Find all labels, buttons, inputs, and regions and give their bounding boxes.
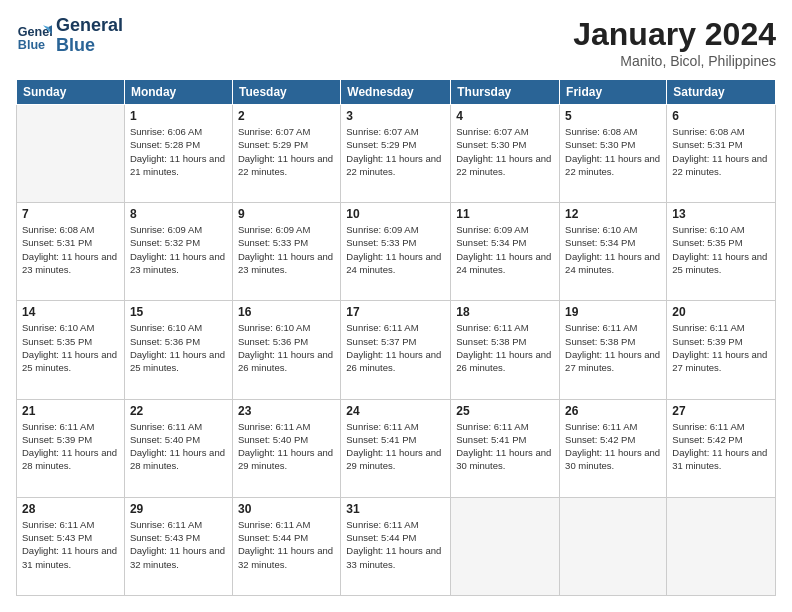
calendar-week-row: 14 Sunrise: 6:10 AMSunset: 5:35 PMDaylig… xyxy=(17,301,776,399)
day-detail: Sunrise: 6:11 AMSunset: 5:41 PMDaylight:… xyxy=(346,421,441,472)
day-detail: Sunrise: 6:11 AMSunset: 5:40 PMDaylight:… xyxy=(238,421,333,472)
location: Manito, Bicol, Philippines xyxy=(573,53,776,69)
col-wednesday: Wednesday xyxy=(341,80,451,105)
table-row xyxy=(17,105,125,203)
header: General Blue General Blue January 2024 M… xyxy=(16,16,776,69)
table-row: 5 Sunrise: 6:08 AMSunset: 5:30 PMDayligh… xyxy=(560,105,667,203)
day-detail: Sunrise: 6:09 AMSunset: 5:34 PMDaylight:… xyxy=(456,224,551,275)
day-number: 11 xyxy=(456,207,554,221)
day-number: 31 xyxy=(346,502,445,516)
day-number: 23 xyxy=(238,404,335,418)
day-detail: Sunrise: 6:11 AMSunset: 5:42 PMDaylight:… xyxy=(672,421,767,472)
table-row: 20 Sunrise: 6:11 AMSunset: 5:39 PMDaylig… xyxy=(667,301,776,399)
day-detail: Sunrise: 6:10 AMSunset: 5:36 PMDaylight:… xyxy=(130,322,225,373)
day-number: 6 xyxy=(672,109,770,123)
day-number: 8 xyxy=(130,207,227,221)
day-number: 22 xyxy=(130,404,227,418)
day-number: 29 xyxy=(130,502,227,516)
day-detail: Sunrise: 6:10 AMSunset: 5:35 PMDaylight:… xyxy=(672,224,767,275)
day-number: 18 xyxy=(456,305,554,319)
day-detail: Sunrise: 6:10 AMSunset: 5:34 PMDaylight:… xyxy=(565,224,660,275)
logo: General Blue General Blue xyxy=(16,16,123,56)
table-row: 31 Sunrise: 6:11 AMSunset: 5:44 PMDaylig… xyxy=(341,497,451,595)
table-row: 14 Sunrise: 6:10 AMSunset: 5:35 PMDaylig… xyxy=(17,301,125,399)
table-row: 29 Sunrise: 6:11 AMSunset: 5:43 PMDaylig… xyxy=(124,497,232,595)
calendar-week-row: 21 Sunrise: 6:11 AMSunset: 5:39 PMDaylig… xyxy=(17,399,776,497)
day-number: 25 xyxy=(456,404,554,418)
day-number: 14 xyxy=(22,305,119,319)
day-number: 10 xyxy=(346,207,445,221)
page: General Blue General Blue January 2024 M… xyxy=(0,0,792,612)
col-tuesday: Tuesday xyxy=(232,80,340,105)
table-row: 23 Sunrise: 6:11 AMSunset: 5:40 PMDaylig… xyxy=(232,399,340,497)
day-number: 3 xyxy=(346,109,445,123)
day-number: 2 xyxy=(238,109,335,123)
table-row xyxy=(451,497,560,595)
table-row: 15 Sunrise: 6:10 AMSunset: 5:36 PMDaylig… xyxy=(124,301,232,399)
day-detail: Sunrise: 6:08 AMSunset: 5:31 PMDaylight:… xyxy=(22,224,117,275)
table-row: 28 Sunrise: 6:11 AMSunset: 5:43 PMDaylig… xyxy=(17,497,125,595)
day-detail: Sunrise: 6:09 AMSunset: 5:33 PMDaylight:… xyxy=(346,224,441,275)
table-row: 10 Sunrise: 6:09 AMSunset: 5:33 PMDaylig… xyxy=(341,203,451,301)
table-row: 2 Sunrise: 6:07 AMSunset: 5:29 PMDayligh… xyxy=(232,105,340,203)
day-number: 28 xyxy=(22,502,119,516)
day-number: 16 xyxy=(238,305,335,319)
day-detail: Sunrise: 6:11 AMSunset: 5:38 PMDaylight:… xyxy=(565,322,660,373)
day-detail: Sunrise: 6:11 AMSunset: 5:43 PMDaylight:… xyxy=(22,519,117,570)
calendar-week-row: 7 Sunrise: 6:08 AMSunset: 5:31 PMDayligh… xyxy=(17,203,776,301)
day-detail: Sunrise: 6:10 AMSunset: 5:35 PMDaylight:… xyxy=(22,322,117,373)
day-number: 1 xyxy=(130,109,227,123)
table-row: 6 Sunrise: 6:08 AMSunset: 5:31 PMDayligh… xyxy=(667,105,776,203)
table-row: 12 Sunrise: 6:10 AMSunset: 5:34 PMDaylig… xyxy=(560,203,667,301)
table-row: 11 Sunrise: 6:09 AMSunset: 5:34 PMDaylig… xyxy=(451,203,560,301)
table-row: 17 Sunrise: 6:11 AMSunset: 5:37 PMDaylig… xyxy=(341,301,451,399)
day-number: 19 xyxy=(565,305,661,319)
table-row: 19 Sunrise: 6:11 AMSunset: 5:38 PMDaylig… xyxy=(560,301,667,399)
table-row: 22 Sunrise: 6:11 AMSunset: 5:40 PMDaylig… xyxy=(124,399,232,497)
day-number: 21 xyxy=(22,404,119,418)
col-saturday: Saturday xyxy=(667,80,776,105)
day-number: 12 xyxy=(565,207,661,221)
table-row: 25 Sunrise: 6:11 AMSunset: 5:41 PMDaylig… xyxy=(451,399,560,497)
col-thursday: Thursday xyxy=(451,80,560,105)
table-row: 4 Sunrise: 6:07 AMSunset: 5:30 PMDayligh… xyxy=(451,105,560,203)
day-detail: Sunrise: 6:11 AMSunset: 5:39 PMDaylight:… xyxy=(672,322,767,373)
day-number: 4 xyxy=(456,109,554,123)
table-row: 7 Sunrise: 6:08 AMSunset: 5:31 PMDayligh… xyxy=(17,203,125,301)
col-friday: Friday xyxy=(560,80,667,105)
day-detail: Sunrise: 6:07 AMSunset: 5:29 PMDaylight:… xyxy=(346,126,441,177)
day-detail: Sunrise: 6:08 AMSunset: 5:31 PMDaylight:… xyxy=(672,126,767,177)
day-detail: Sunrise: 6:06 AMSunset: 5:28 PMDaylight:… xyxy=(130,126,225,177)
day-detail: Sunrise: 6:11 AMSunset: 5:40 PMDaylight:… xyxy=(130,421,225,472)
day-detail: Sunrise: 6:09 AMSunset: 5:33 PMDaylight:… xyxy=(238,224,333,275)
calendar-header-row: Sunday Monday Tuesday Wednesday Thursday… xyxy=(17,80,776,105)
table-row: 16 Sunrise: 6:10 AMSunset: 5:36 PMDaylig… xyxy=(232,301,340,399)
table-row: 3 Sunrise: 6:07 AMSunset: 5:29 PMDayligh… xyxy=(341,105,451,203)
day-number: 20 xyxy=(672,305,770,319)
day-number: 15 xyxy=(130,305,227,319)
logo-line1: General xyxy=(56,16,123,36)
day-number: 7 xyxy=(22,207,119,221)
logo-icon: General Blue xyxy=(16,18,52,54)
table-row: 1 Sunrise: 6:06 AMSunset: 5:28 PMDayligh… xyxy=(124,105,232,203)
calendar-week-row: 28 Sunrise: 6:11 AMSunset: 5:43 PMDaylig… xyxy=(17,497,776,595)
day-detail: Sunrise: 6:11 AMSunset: 5:44 PMDaylight:… xyxy=(238,519,333,570)
day-detail: Sunrise: 6:11 AMSunset: 5:41 PMDaylight:… xyxy=(456,421,551,472)
logo-line2: Blue xyxy=(56,36,123,56)
title-block: January 2024 Manito, Bicol, Philippines xyxy=(573,16,776,69)
day-detail: Sunrise: 6:10 AMSunset: 5:36 PMDaylight:… xyxy=(238,322,333,373)
table-row: 13 Sunrise: 6:10 AMSunset: 5:35 PMDaylig… xyxy=(667,203,776,301)
day-number: 27 xyxy=(672,404,770,418)
calendar-table: Sunday Monday Tuesday Wednesday Thursday… xyxy=(16,79,776,596)
day-detail: Sunrise: 6:11 AMSunset: 5:44 PMDaylight:… xyxy=(346,519,441,570)
day-number: 13 xyxy=(672,207,770,221)
col-sunday: Sunday xyxy=(17,80,125,105)
day-number: 30 xyxy=(238,502,335,516)
table-row: 18 Sunrise: 6:11 AMSunset: 5:38 PMDaylig… xyxy=(451,301,560,399)
day-detail: Sunrise: 6:07 AMSunset: 5:29 PMDaylight:… xyxy=(238,126,333,177)
month-title: January 2024 xyxy=(573,16,776,53)
day-detail: Sunrise: 6:09 AMSunset: 5:32 PMDaylight:… xyxy=(130,224,225,275)
table-row xyxy=(667,497,776,595)
day-detail: Sunrise: 6:11 AMSunset: 5:37 PMDaylight:… xyxy=(346,322,441,373)
day-detail: Sunrise: 6:11 AMSunset: 5:38 PMDaylight:… xyxy=(456,322,551,373)
